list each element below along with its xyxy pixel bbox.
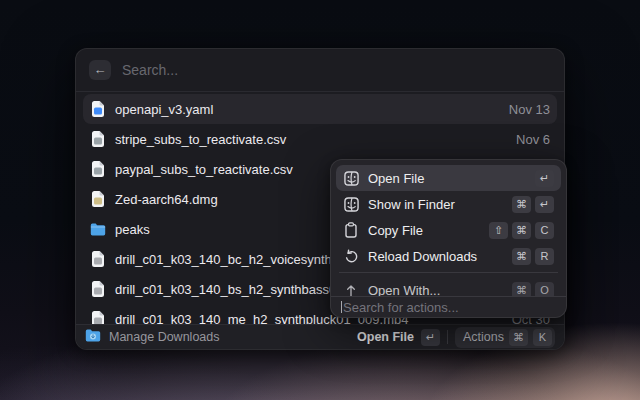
actions-button-label: Actions: [463, 330, 504, 344]
k-key-badge: K: [533, 329, 552, 346]
actions-button[interactable]: Actions ⌘ K: [455, 327, 555, 348]
footer-divider: [447, 330, 448, 344]
list-item[interactable]: stripe_subs_to_reactivate.csv Nov 6: [83, 124, 557, 154]
actions-menu: Open File ↵ Show in Finder ⌘↵ Copy File …: [330, 159, 567, 318]
menu-item-shortcut: ⌘↵: [512, 196, 554, 213]
extension-name: Manage Downloads: [109, 330, 220, 344]
shortcut-key-badge: ⌘: [512, 196, 531, 213]
open-with-icon: [344, 283, 358, 297]
file-name: stripe_subs_to_reactivate.csv: [115, 132, 507, 147]
menu-item-label: Copy File: [368, 223, 480, 238]
file-date: Nov 6: [516, 132, 550, 147]
menu-item-shortcut: ⌘O: [512, 282, 554, 297]
arrow-left-icon: ←: [94, 62, 107, 77]
document-icon: [91, 281, 105, 297]
downloads-folder-icon-slot: [85, 328, 101, 346]
footer-actions: Open File ↵ Actions ⌘ K: [357, 327, 555, 348]
downloads-folder-icon: [85, 329, 101, 342]
text-cursor: [341, 301, 342, 313]
shortcut-key-badge: ⇧: [489, 222, 508, 239]
actions-menu-list: Open File ↵ Show in Finder ⌘↵ Copy File …: [331, 160, 566, 296]
footer-app: Manage Downloads: [85, 328, 349, 346]
clipboard-icon: [344, 222, 358, 238]
document-icon: [91, 131, 105, 147]
primary-action-button[interactable]: Open File: [357, 330, 414, 344]
shortcut-key-badge: ↵: [535, 170, 554, 187]
menu-divider: [339, 272, 558, 273]
document-icon: [91, 161, 105, 177]
file-name: openapi_v3.yaml: [115, 102, 500, 117]
document-icon: [91, 101, 105, 117]
menu-item-label: Open With...: [368, 283, 503, 297]
shortcut-key-badge: ⌘: [512, 282, 531, 297]
file-date: Nov 13: [509, 102, 550, 117]
finder-icon: [344, 171, 359, 186]
footer-bar: Manage Downloads Open File ↵ Actions ⌘ K: [76, 324, 564, 349]
menu-item[interactable]: Open With... ⌘O: [336, 277, 561, 296]
shortcut-key-badge: ⌘: [512, 248, 531, 265]
actions-search-input: Search for actions...: [343, 300, 459, 315]
menu-item-shortcut: ⌘R: [512, 248, 554, 265]
folder-icon: [90, 223, 106, 236]
list-item[interactable]: openapi_v3.yaml Nov 13: [83, 94, 557, 124]
menu-item[interactable]: Open File ↵: [336, 165, 561, 191]
actions-search[interactable]: Search for actions...: [331, 296, 566, 317]
return-key-badge: ↵: [421, 329, 440, 346]
shortcut-key-badge: ⌘: [512, 222, 531, 239]
back-button[interactable]: ←: [89, 60, 111, 80]
shortcut-key-badge: ↵: [535, 196, 554, 213]
search-input[interactable]: Search...: [122, 62, 178, 78]
menu-item-label: Open File: [368, 171, 526, 186]
document-icon: [91, 251, 105, 267]
finder-icon: [344, 197, 359, 212]
desktop-wallpaper: ← Search... openapi_v3.yaml Nov 13 strip…: [0, 0, 640, 400]
reload-icon: [344, 249, 359, 264]
menu-item[interactable]: Reload Downloads ⌘R: [336, 243, 561, 269]
cmd-key-badge: ⌘: [509, 329, 528, 346]
menu-item-shortcut: ↵: [535, 170, 554, 187]
shortcut-key-badge: C: [535, 222, 554, 239]
shortcut-key-badge: O: [535, 282, 554, 297]
menu-item-label: Show in Finder: [368, 197, 503, 212]
document-icon: [91, 191, 105, 207]
shortcut-key-badge: R: [535, 248, 554, 265]
search-header: ← Search...: [76, 49, 564, 92]
menu-item-label: Reload Downloads: [368, 249, 503, 264]
menu-item[interactable]: Copy File ⇧⌘C: [336, 217, 561, 243]
menu-item-shortcut: ⇧⌘C: [489, 222, 554, 239]
menu-item[interactable]: Show in Finder ⌘↵: [336, 191, 561, 217]
